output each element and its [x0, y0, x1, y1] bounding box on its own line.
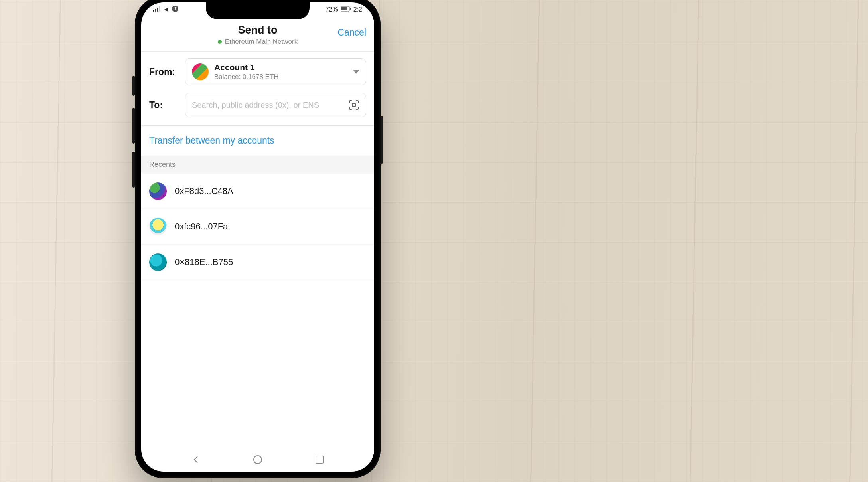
header: Send to Ethereum Main Network Cancel	[141, 17, 374, 52]
account-name: Account 1	[214, 63, 347, 72]
network-name: Ethereum Main Network	[225, 38, 298, 46]
transfer-between-accounts-link[interactable]: Transfer between my accounts	[141, 126, 374, 156]
android-nav-bar	[141, 448, 374, 472]
network-status-dot	[218, 40, 222, 44]
to-address-input[interactable]	[192, 101, 343, 110]
recent-address: 0×818E...B755	[175, 257, 233, 267]
recents-header: Recents	[141, 156, 374, 174]
volume-down-button	[132, 152, 135, 188]
from-label: From:	[149, 67, 177, 77]
recent-item[interactable]: 0×818E...B755	[141, 245, 374, 280]
battery-percent: 72%	[326, 6, 338, 13]
from-account-selector[interactable]: Account 1 Balance: 0.1678 ETH	[185, 58, 366, 85]
volume-up-button	[132, 108, 135, 144]
silencer-switch	[132, 76, 135, 96]
recent-address: 0xfc96...07Fa	[175, 221, 228, 232]
account-balance: Balance: 0.1678 ETH	[214, 73, 347, 81]
status-time: 2:2	[353, 6, 362, 13]
recent-item[interactable]: 0xF8d3...C48A	[141, 174, 374, 209]
nav-home-button[interactable]	[252, 454, 264, 466]
phone-frame: ◄ f 72% 2:2 Send to Ethereum Main Networ…	[135, 0, 381, 478]
cancel-button[interactable]: Cancel	[337, 27, 366, 38]
svg-rect-1	[155, 9, 156, 12]
battery-icon	[341, 6, 351, 13]
svg-rect-11	[316, 456, 323, 463]
chevron-down-icon	[353, 70, 359, 74]
svg-rect-2	[157, 8, 158, 12]
to-input-container	[185, 93, 366, 117]
background	[0, 0, 868, 482]
facebook-icon: f	[172, 6, 178, 14]
form-section: From: Account 1 Balance: 0.1678 ETH To:	[141, 52, 374, 126]
back-arrow-icon: ◄	[163, 6, 170, 14]
svg-point-10	[254, 456, 262, 464]
recent-avatar	[149, 253, 167, 271]
to-label: To:	[149, 100, 177, 111]
page-title: Send to	[149, 24, 366, 36]
nav-back-button[interactable]	[190, 454, 202, 466]
svg-rect-9	[352, 103, 355, 107]
svg-rect-7	[341, 7, 347, 10]
nav-recents-button[interactable]	[314, 454, 326, 466]
recent-avatar	[149, 218, 167, 235]
recent-avatar	[149, 182, 167, 200]
recent-item[interactable]: 0xfc96...07Fa	[141, 209, 374, 245]
power-button	[381, 116, 383, 164]
recent-address: 0xF8d3...C48A	[175, 186, 233, 196]
svg-rect-0	[153, 10, 154, 12]
signal-icon	[153, 6, 160, 14]
svg-rect-8	[350, 8, 351, 10]
network-indicator: Ethereum Main Network	[149, 38, 366, 46]
svg-rect-3	[159, 6, 160, 12]
account-avatar	[192, 63, 209, 80]
qr-scan-icon[interactable]	[348, 99, 359, 111]
phone-notch	[206, 2, 310, 19]
